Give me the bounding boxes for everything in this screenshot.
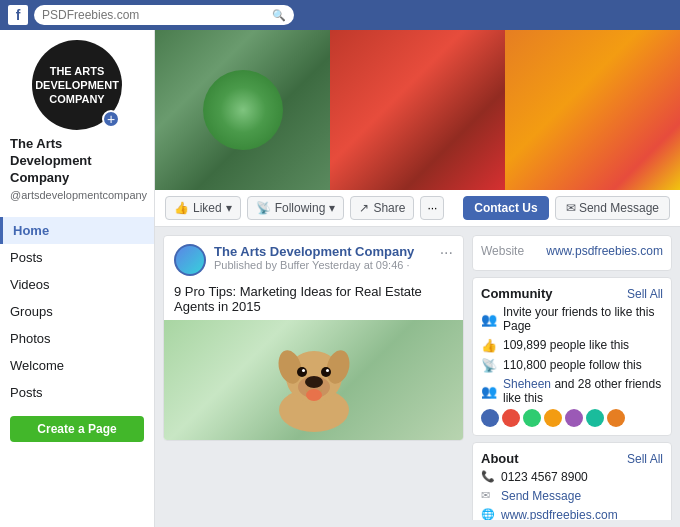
post-card: The Arts Development Company Published b…	[163, 235, 464, 441]
share-icon: ↗	[359, 201, 369, 215]
profile-plus-btn[interactable]: +	[102, 110, 120, 128]
message-icon: ✉	[566, 201, 579, 215]
community-title: Community	[481, 286, 553, 301]
feed-area: The Arts Development Company Published b…	[155, 227, 680, 527]
following-button[interactable]: 📡 Following ▾	[247, 196, 345, 220]
sidebar-item-home[interactable]: Home	[0, 217, 154, 244]
svg-point-10	[306, 389, 322, 401]
community-item-invite: 👥 Invite your friends to like this Page	[481, 305, 663, 333]
svg-point-7	[321, 367, 331, 377]
dog-svg	[264, 325, 364, 435]
friends-icon: 👥	[481, 383, 497, 399]
community-sell-all[interactable]: Sell All	[627, 287, 663, 301]
friend-dot-4	[544, 409, 562, 427]
community-header: Community Sell All	[481, 286, 663, 301]
contact-us-button[interactable]: Contact Us	[463, 196, 548, 220]
friend-dot-5	[565, 409, 583, 427]
sidebar-item-posts[interactable]: Posts	[0, 244, 154, 271]
website-widget: Website www.psdfreebies.com	[472, 235, 672, 271]
svg-point-9	[326, 369, 329, 372]
post-image	[164, 320, 463, 440]
search-icon: 🔍	[272, 9, 286, 22]
community-item-friends: 👥 Sheheen and 28 other friends like this	[481, 377, 663, 405]
avatar	[174, 244, 206, 276]
thumb-icon: 👍	[174, 201, 189, 215]
about-title: About	[481, 451, 519, 466]
main-content: 👍 Liked ▾ 📡 Following ▾ ↗ Share ··· Cont…	[155, 30, 680, 527]
page-container: THE ARTS DEVELOPMENT COMPANY + The Arts …	[0, 30, 680, 527]
sidebar-nav: Home Posts Videos Groups Photos Welcome …	[0, 217, 154, 406]
community-item-likes: 👍 109,899 people like this	[481, 337, 663, 353]
rss-icon: 📡	[256, 201, 271, 215]
facebook-icon: f	[8, 5, 28, 25]
follow-icon: 📡	[481, 357, 497, 373]
top-bar: f 🔍	[0, 0, 680, 30]
website-row: Website www.psdfreebies.com	[481, 244, 663, 258]
sidebar-item-photos[interactable]: Photos	[0, 325, 154, 352]
globe-icon: 🌐	[481, 508, 495, 520]
search-input[interactable]	[42, 8, 268, 22]
profile-logo-text: THE ARTS DEVELOPMENT COMPANY	[31, 60, 123, 111]
post-info: The Arts Development Company Published b…	[214, 244, 432, 271]
friend-dot-3	[523, 409, 541, 427]
sidebar-item-groups[interactable]: Groups	[0, 298, 154, 325]
like-icon: 👍	[481, 337, 497, 353]
cover-segment-oranges	[505, 30, 680, 190]
invite-icon: 👥	[481, 311, 497, 327]
cover-segment-strawberries	[330, 30, 505, 190]
action-bar: 👍 Liked ▾ 📡 Following ▾ ↗ Share ··· Cont…	[155, 190, 680, 227]
community-widget: Community Sell All 👥 Invite your friends…	[472, 277, 672, 436]
cabbage-image	[203, 70, 283, 150]
message-icon2: ✉	[481, 489, 495, 503]
post-title: 9 Pro Tips: Marketing Ideas for Real Est…	[164, 280, 463, 320]
liked-button[interactable]: 👍 Liked ▾	[165, 196, 241, 220]
friend-dot-7	[607, 409, 625, 427]
friend-dots	[481, 409, 663, 427]
about-phone: 📞 0123 4567 8900	[481, 470, 663, 484]
send-message-button[interactable]: ✉ Send Message	[555, 196, 670, 220]
svg-point-6	[297, 367, 307, 377]
right-sidebar: Website www.psdfreebies.com Community Se…	[472, 235, 672, 520]
share-button[interactable]: ↗ Share	[350, 196, 414, 220]
chevron-down-icon: ▾	[226, 201, 232, 215]
about-message: ✉ Send Message	[481, 489, 663, 503]
more-button[interactable]: ···	[420, 196, 444, 220]
friend-dot-1	[481, 409, 499, 427]
post-more-button[interactable]: ···	[440, 244, 453, 262]
cover-photo	[155, 30, 680, 190]
profile-handle: @artsdevelopmentcompany	[10, 189, 144, 201]
about-website: 🌐 www.psdfreebies.com	[481, 508, 663, 520]
profile-section: THE ARTS DEVELOPMENT COMPANY + The Arts …	[0, 30, 154, 217]
about-header: About Sell All	[481, 451, 663, 466]
sidebar-item-welcome[interactable]: Welcome	[0, 352, 154, 379]
sheheen-link[interactable]: Sheheen	[503, 377, 551, 391]
left-sidebar: THE ARTS DEVELOPMENT COMPANY + The Arts …	[0, 30, 155, 527]
sidebar-item-videos[interactable]: Videos	[0, 271, 154, 298]
friend-dot-2	[502, 409, 520, 427]
post-header: The Arts Development Company Published b…	[164, 236, 463, 280]
search-bar[interactable]: 🔍	[34, 5, 294, 25]
website-url[interactable]: www.psdfreebies.com	[546, 244, 663, 258]
svg-point-8	[302, 369, 305, 372]
about-sell-all[interactable]: Sell All	[627, 452, 663, 466]
post-page-name[interactable]: The Arts Development Company	[214, 244, 432, 259]
chevron-down-icon2: ▾	[329, 201, 335, 215]
community-item-follows: 📡 110,800 people follow this	[481, 357, 663, 373]
friend-dot-6	[586, 409, 604, 427]
avatar-inner	[176, 246, 204, 274]
profile-name: The Arts Development Company	[10, 136, 144, 187]
profile-logo: THE ARTS DEVELOPMENT COMPANY +	[32, 40, 122, 130]
feed-column: The Arts Development Company Published b…	[163, 235, 464, 520]
svg-point-5	[305, 376, 323, 388]
about-widget: About Sell All 📞 0123 4567 8900 ✉ Send M…	[472, 442, 672, 520]
website-label: Website	[481, 244, 524, 258]
phone-icon: 📞	[481, 470, 495, 484]
cover-segment-cabbage	[155, 30, 330, 190]
create-page-button[interactable]: Create a Page	[10, 416, 144, 442]
sidebar-item-posts2[interactable]: Posts	[0, 379, 154, 406]
post-meta: Published by Buffer Yesterday at 09:46 ·	[214, 259, 432, 271]
